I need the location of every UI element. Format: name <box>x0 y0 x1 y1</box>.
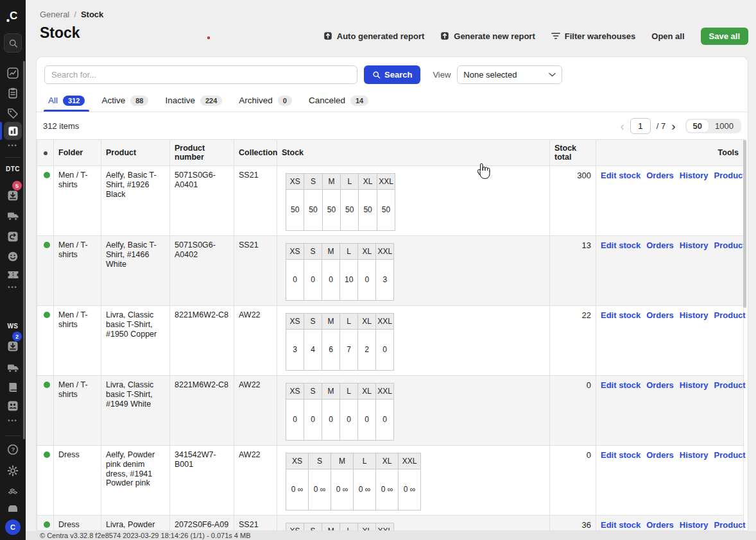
sidebar-item-orders-list[interactable] <box>0 87 26 99</box>
tools-link-product[interactable]: Product <box>714 380 746 390</box>
tab-archived[interactable]: Archived0 <box>239 91 292 112</box>
tools-link-orders[interactable]: Orders <box>646 240 674 250</box>
sidebar-item-analytics[interactable] <box>0 67 26 79</box>
items-count: 312 items <box>43 121 79 131</box>
filter-warehouses-button[interactable]: Filter warehouses <box>551 31 636 41</box>
sidebar-dtc-more-button[interactable]: ••• <box>0 284 26 291</box>
view-select[interactable]: None selected <box>457 65 562 84</box>
next-page-button[interactable]: › <box>671 120 675 132</box>
page-size-1000[interactable]: 1000 <box>709 120 740 132</box>
sidebar-item-ws-shipments[interactable] <box>0 363 26 373</box>
tools-link-orders[interactable]: Orders <box>646 450 674 460</box>
tools-link-orders[interactable]: Orders <box>646 520 674 530</box>
sidebar-item-dtc-shipments[interactable] <box>0 211 26 221</box>
auto-generated-report-button[interactable]: Auto generated report <box>323 31 425 41</box>
tab-active[interactable]: Active88 <box>101 91 148 112</box>
product-cell: Aelfy, Basic T-Shirt, #1466 White <box>101 236 170 306</box>
sidebar-item-dtc-vouchers[interactable] <box>0 270 26 280</box>
sidebar-ws-more-button[interactable]: ••• <box>0 418 26 424</box>
tools-link-history[interactable]: History <box>680 171 709 180</box>
folder-cell: Men / T-shirts <box>54 166 101 236</box>
size-stock-matrix: XSSMLXLXXL581085 <box>286 523 394 531</box>
prev-page-button[interactable]: ‹ <box>620 120 624 132</box>
centra-logo[interactable]: C <box>0 6 26 26</box>
tools-column-header: Tools <box>596 140 744 166</box>
tools-link-history[interactable]: History <box>680 450 709 460</box>
sidebar-item-store[interactable] <box>0 505 26 512</box>
tools-link-history[interactable]: History <box>680 520 709 530</box>
tools-link-product[interactable]: Product <box>714 450 746 460</box>
content-card: Search View None selected All312 Active8… <box>36 56 748 531</box>
size-header: L <box>340 384 358 400</box>
sidebar-item-dtc-customers[interactable] <box>0 251 26 262</box>
generate-new-report-button[interactable]: Generate new report <box>440 31 535 41</box>
search-button[interactable]: Search <box>364 65 420 84</box>
search-input[interactable] <box>44 65 357 84</box>
tools-link-history[interactable]: History <box>680 240 709 250</box>
sidebar-item-ws-catalog[interactable] <box>0 382 26 393</box>
sidebar-item-products[interactable] <box>0 108 26 119</box>
search-icon <box>8 38 18 48</box>
tab-count-badge: 0 <box>278 96 292 106</box>
stock-total-cell: 0 <box>550 376 596 446</box>
tools-link-edit-stock[interactable]: Edit stock <box>601 310 640 320</box>
user-avatar[interactable]: C <box>5 519 21 535</box>
open-all-button[interactable]: Open all <box>651 31 684 41</box>
stock-value-cell: 0 <box>322 400 340 441</box>
status-cell <box>37 446 54 516</box>
product-number-cell: 5071S0G6-A0402 <box>170 236 234 306</box>
tools-link-edit-stock[interactable]: Edit stock <box>601 171 640 180</box>
tools-link-product[interactable]: Product <box>714 520 746 530</box>
matrix-value-row: 000000 <box>286 400 394 441</box>
size-header: L <box>354 453 376 469</box>
tools-link-edit-stock[interactable]: Edit stock <box>601 380 640 390</box>
save-all-button[interactable]: Save all <box>701 28 748 45</box>
stock-table: Folder Product Product number Collection… <box>37 139 744 531</box>
product-number-cell: 8221M6W2-C8 <box>170 306 234 376</box>
sidebar-item-ws-accounts[interactable] <box>0 400 26 412</box>
tools-link-product[interactable]: Product <box>714 171 746 180</box>
tools-link-orders[interactable]: Orders <box>646 380 674 390</box>
sidebar-scrollbar[interactable] <box>23 61 25 439</box>
sidebar-item-dtc-orders[interactable] <box>0 190 26 201</box>
sidebar-more-button[interactable]: ••• <box>0 142 26 149</box>
page-size-50[interactable]: 50 <box>687 120 709 132</box>
sidebar-item-modules[interactable] <box>0 485 26 497</box>
stock-value-cell: 0 <box>286 260 304 301</box>
tools-link-edit-stock[interactable]: Edit stock <box>601 450 640 460</box>
tools-link-history[interactable]: History <box>680 310 709 320</box>
stock-value-cell: 3 <box>286 330 304 371</box>
tools-link-edit-stock[interactable]: Edit stock <box>601 520 640 530</box>
sidebar-item-help[interactable]: ? <box>0 444 26 455</box>
matrix-size-header-row: XSSMLXLXXL <box>286 384 394 400</box>
sidebar-item-dtc-returns[interactable] <box>0 231 26 242</box>
list-meta-row: 312 items ‹ / 7 › 50 1000 <box>37 112 748 139</box>
tools-link-edit-stock[interactable]: Edit stock <box>601 240 640 250</box>
page-number-input[interactable] <box>630 118 651 134</box>
more-dots-icon: ••• <box>8 418 17 424</box>
sidebar-search-button[interactable] <box>4 33 22 53</box>
table-scrollbar[interactable] <box>743 140 746 308</box>
stock-matrix-cell: XSSMLXLXXL346720 <box>277 306 550 376</box>
tab-all[interactable]: All312 <box>48 91 85 112</box>
folder-cell: Men / T-shirts <box>54 236 101 306</box>
collection-cell: AW22 <box>234 376 277 446</box>
tools-link-orders[interactable]: Orders <box>646 310 674 320</box>
tools-link-orders[interactable]: Orders <box>646 171 674 180</box>
sidebar-item-ws-orders[interactable] <box>0 341 26 352</box>
product-number-cell: 8221M6W2-C8 <box>170 376 234 446</box>
folder-cell: Men / T-shirts <box>54 376 101 446</box>
breadcrumb-stock: Stock <box>81 10 103 19</box>
sidebar-item-settings[interactable] <box>0 465 26 477</box>
tools-link-product[interactable]: Product <box>714 240 746 250</box>
size-stock-matrix: XSSMLXLXXL0001003 <box>286 243 394 301</box>
sidebar-divider <box>5 157 21 158</box>
sidebar-item-stock[interactable] <box>4 122 22 140</box>
stock-value-cell: 50 <box>377 190 395 231</box>
breadcrumb-general[interactable]: General <box>40 10 69 19</box>
tools-link-history[interactable]: History <box>680 380 709 390</box>
tab-inactive[interactable]: Inactive224 <box>165 91 222 112</box>
tab-canceled[interactable]: Canceled14 <box>309 91 368 112</box>
tools-link-product[interactable]: Product <box>714 310 746 320</box>
status-cell <box>37 236 54 306</box>
